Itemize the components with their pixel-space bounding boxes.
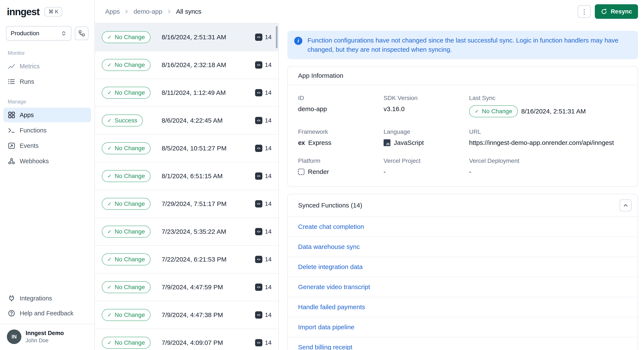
- sidebar-item-apps[interactable]: Apps: [4, 108, 91, 122]
- sync-function-count: <>14: [255, 256, 272, 263]
- sidebar-item-label: Apps: [20, 111, 34, 119]
- webhooks-icon: [8, 157, 16, 165]
- synced-function-row[interactable]: Send billing receipt: [288, 338, 638, 350]
- status-badge: ✓No Change: [102, 59, 150, 71]
- sync-list-item[interactable]: ✓No Change 8/16/2024, 2:51:31 AM <>14: [95, 23, 278, 51]
- synced-function-row[interactable]: Import data pipeline: [288, 317, 638, 338]
- apps-icon: [8, 111, 16, 119]
- sync-list-item[interactable]: ✓No Change 8/16/2024, 2:32:18 AM <>14: [95, 51, 278, 79]
- function-link[interactable]: Send billing receipt: [298, 344, 352, 350]
- sidebar-item-integrations[interactable]: Integrations: [4, 291, 91, 306]
- chevron-right-icon: [124, 9, 129, 14]
- app-information-card: App Information ID demo-app SDK Version …: [287, 66, 638, 187]
- field-value: ✓No Change 8/16/2024, 2:51:31 AM: [469, 105, 627, 117]
- field-label: SDK Version: [384, 95, 469, 101]
- integrations-icon: [8, 295, 16, 302]
- function-count-value: 14: [265, 339, 272, 346]
- topbar-actions: ⋮ Resync: [578, 4, 638, 19]
- synced-functions-header: Synced Functions (14): [288, 194, 638, 217]
- user-name: Inngest Demo: [26, 330, 64, 337]
- sidebar-item-metrics[interactable]: Metrics: [4, 59, 91, 73]
- sync-status-cell: ✓No Change: [102, 59, 156, 71]
- sync-list-item[interactable]: ✓No Change 7/22/2024, 6:21:53 PM <>14: [95, 246, 278, 274]
- status-label: No Change: [114, 61, 145, 68]
- metrics-icon: [8, 62, 16, 70]
- function-link[interactable]: Delete integration data: [298, 263, 362, 271]
- sidebar-item-functions[interactable]: Functions: [4, 123, 91, 138]
- inngest-logo[interactable]: inngest: [7, 6, 39, 17]
- breadcrumb-apps[interactable]: Apps: [105, 8, 120, 15]
- sync-status-cell: ✓No Change: [102, 281, 156, 293]
- sync-list-item[interactable]: ✓No Change 7/29/2024, 7:51:17 PM <>14: [95, 190, 278, 218]
- runs-icon: [8, 78, 16, 85]
- sidebar-item-label: Events: [20, 142, 39, 149]
- language-value: JavaScript: [394, 139, 424, 146]
- user-menu[interactable]: IN Inngest Demo John Doe: [0, 324, 94, 350]
- function-count-icon: <>: [255, 61, 262, 69]
- status-badge: ✓No Change: [102, 253, 150, 265]
- sync-function-count: <>14: [255, 311, 272, 319]
- sidebar-item-label: Webhooks: [20, 158, 49, 165]
- environments-icon: [78, 30, 85, 37]
- field-url: URL https://inngest-demo-app.onrender.co…: [469, 128, 627, 146]
- sync-list-item[interactable]: ✓No Change 7/9/2024, 4:47:59 PM <>14: [95, 274, 278, 301]
- command-k-shortcut[interactable]: ⌘ K: [44, 7, 62, 16]
- sync-list-item[interactable]: ✓No Change 8/5/2024, 10:51:27 PM <>14: [95, 135, 278, 162]
- field-value: JS JavaScript: [384, 139, 469, 146]
- sync-timestamp: 7/9/2024, 4:47:38 PM: [162, 311, 255, 319]
- sidebar-item-webhooks[interactable]: Webhooks: [4, 154, 91, 168]
- sync-function-count: <>14: [255, 228, 272, 235]
- check-icon: ✓: [107, 145, 112, 151]
- function-count-icon: <>: [255, 256, 262, 263]
- sync-list-item[interactable]: ✓No Change 8/1/2024, 6:51:15 AM <>14: [95, 162, 278, 190]
- app-information-body: ID demo-app SDK Version v3.16.0 Last Syn…: [288, 85, 638, 187]
- synced-function-row[interactable]: Create chat completion: [288, 217, 638, 237]
- sync-function-count: <>14: [255, 145, 272, 152]
- sync-list-item[interactable]: ✓Success 8/6/2024, 4:22:45 AM <>14: [95, 107, 278, 135]
- status-badge: ✓No Change: [102, 226, 150, 238]
- status-label: No Change: [114, 256, 145, 263]
- function-count-value: 14: [265, 34, 272, 41]
- breadcrumb-demo-app[interactable]: demo-app: [134, 8, 162, 15]
- chevron-up-icon: [622, 202, 628, 208]
- sync-list-item[interactable]: ✓No Change 8/11/2024, 1:12:49 AM <>14: [95, 79, 278, 107]
- synced-function-row[interactable]: Data warehouse sync: [288, 237, 638, 257]
- last-sync-timestamp: 8/16/2024, 2:51:31 AM: [521, 108, 586, 115]
- field-label: Last Sync: [469, 95, 627, 101]
- kebab-icon: ⋮: [581, 8, 587, 15]
- function-link[interactable]: Handle failed payments: [298, 304, 365, 311]
- function-count-icon: <>: [255, 200, 262, 208]
- more-options-button[interactable]: ⋮: [578, 5, 590, 18]
- sync-list-item[interactable]: ✓No Change 7/9/2024, 4:09:07 PM <>14: [95, 329, 278, 350]
- synced-function-row[interactable]: Handle failed payments: [288, 297, 638, 317]
- sync-list-item[interactable]: ✓No Change 7/23/2024, 5:35:22 AM <>14: [95, 218, 278, 246]
- synced-function-row[interactable]: Delete integration data: [288, 257, 638, 277]
- function-link[interactable]: Data warehouse sync: [298, 243, 360, 250]
- function-count-value: 14: [265, 256, 272, 263]
- sidebar-item-runs[interactable]: Runs: [4, 74, 91, 89]
- environment-select[interactable]: Production: [6, 26, 72, 41]
- environment-settings-button[interactable]: [75, 26, 88, 40]
- sidebar-item-help[interactable]: Help and Feedback: [4, 306, 91, 321]
- field-label: Language: [384, 128, 469, 135]
- status-label: Success: [114, 117, 137, 124]
- status-badge: ✓No Change: [102, 87, 150, 99]
- collapse-button[interactable]: [620, 199, 632, 211]
- function-count-value: 14: [265, 200, 272, 207]
- sidebar-item-label: Functions: [20, 127, 46, 134]
- scrollbar-thumb[interactable]: [276, 26, 278, 48]
- function-count-value: 14: [265, 61, 272, 68]
- resync-button[interactable]: Resync: [595, 4, 638, 19]
- sidebar-item-events[interactable]: Events: [4, 138, 91, 153]
- synced-function-row[interactable]: Generate video transcript: [288, 277, 638, 297]
- function-link[interactable]: Generate video transcript: [298, 283, 370, 291]
- main-column: Apps demo-app All syncs ⋮ Resync: [95, 0, 644, 350]
- check-icon: ✓: [107, 90, 112, 96]
- function-link[interactable]: Import data pipeline: [298, 324, 354, 331]
- user-info: Inngest Demo John Doe: [26, 330, 64, 344]
- sync-list-item[interactable]: ✓No Change 7/9/2024, 4:47:38 PM <>14: [95, 301, 278, 329]
- function-link[interactable]: Create chat completion: [298, 223, 364, 230]
- sidebar: inngest ⌘ K Production Monitor Metrics: [0, 0, 95, 350]
- sidebar-item-label: Runs: [20, 78, 34, 85]
- javascript-icon: JS: [384, 139, 390, 146]
